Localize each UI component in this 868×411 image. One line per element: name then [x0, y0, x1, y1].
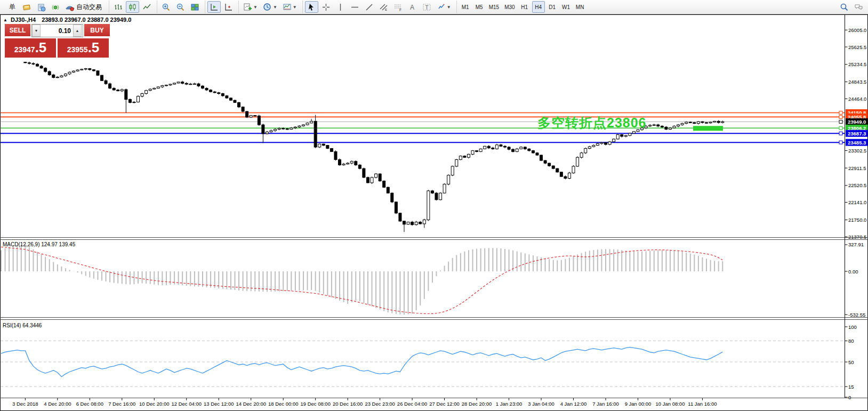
- sell-price: 23947: [14, 41, 35, 54]
- chart-annotation-text[interactable]: 多空转折点23806: [537, 114, 647, 132]
- price-axis-tick: 22520.5: [848, 182, 866, 188]
- tile-windows-icon[interactable]: [188, 1, 202, 13]
- price-axis-tick: 22141.0: [848, 199, 866, 205]
- chart-canvas[interactable]: 26005.025625.525234.524843.524464.023302…: [0, 14, 868, 411]
- candlestick-series: [24, 62, 724, 232]
- time-axis-label: 11 Jan 16:00: [688, 401, 717, 407]
- new-chart-button[interactable]: ▼: [241, 1, 260, 13]
- volume-increase-button[interactable]: ▲: [73, 25, 82, 37]
- time-axis-label: 9 Jan 00:00: [625, 401, 652, 407]
- buy-price-display[interactable]: 23955 .5: [58, 38, 109, 58]
- reports-icon[interactable]: [35, 1, 48, 13]
- new-order-button[interactable]: 单: [5, 1, 19, 13]
- volume-decrease-button[interactable]: ▼: [32, 25, 41, 37]
- cursor-tool[interactable]: [305, 1, 318, 13]
- drawing-tools-group: E F A T ▼: [302, 1, 455, 13]
- price-axis-tick: 24464.0: [848, 96, 866, 102]
- signals-icon[interactable]: [49, 1, 62, 13]
- time-axis-label: 6 Dec 08:00: [76, 401, 103, 407]
- rsi-axis-tick: 80: [848, 338, 854, 344]
- macd-axis-tick: 0.00: [848, 269, 858, 275]
- sell-button[interactable]: SELL: [5, 24, 30, 37]
- templates-button[interactable]: ▼: [280, 1, 299, 13]
- timeframe-h1[interactable]: H1: [518, 1, 531, 13]
- price-axis-tick: 23302.5: [848, 148, 866, 154]
- svg-text:23687.3: 23687.3: [848, 131, 866, 136]
- timeframe-m1[interactable]: M1: [459, 1, 472, 13]
- svg-text:23949.0: 23949.0: [848, 119, 866, 125]
- chevron-down-icon: ▼: [447, 5, 451, 10]
- volume-spinner: ▼ ▲: [31, 24, 83, 37]
- price-axis-tick: 24843.5: [848, 79, 866, 85]
- buy-price: 23955: [67, 41, 88, 54]
- deposit-icon[interactable]: [20, 1, 34, 13]
- timeframe-m5[interactable]: M5: [473, 1, 486, 13]
- auto-scroll-icon[interactable]: [207, 1, 221, 13]
- vertical-line-tool[interactable]: [334, 1, 347, 13]
- timeframe-h4[interactable]: H4: [532, 1, 545, 13]
- mt4-application: 单 自动交易: [0, 0, 868, 411]
- time-axis-label: 26 Dec 04:00: [397, 401, 428, 407]
- trendline-tool[interactable]: [363, 1, 376, 13]
- chevron-down-icon: ▼: [253, 5, 258, 10]
- autotrading-button[interactable]: 自动交易: [63, 1, 106, 13]
- time-axis-label: 14 Dec 20:00: [236, 401, 266, 407]
- price-axis-tick: 26005.0: [848, 27, 866, 33]
- text-tool[interactable]: A: [406, 1, 419, 13]
- chart-collapse-icon[interactable]: ▲: [3, 18, 7, 22]
- bar-chart-icon[interactable]: [111, 1, 125, 13]
- sell-price-fraction: .5: [35, 38, 47, 57]
- support-zone-highlight: [693, 126, 723, 131]
- macd-histogram: [1, 245, 722, 315]
- equidistant-channel-tool[interactable]: E: [377, 1, 390, 13]
- time-axis-label: 13 Dec 12:00: [204, 401, 234, 407]
- search-icon[interactable]: [838, 1, 851, 13]
- toolbar-right-group: [837, 1, 866, 13]
- timeframe-d1[interactable]: D1: [546, 1, 559, 13]
- chart-tools-group: ▼ ▼ ▼: [238, 1, 301, 13]
- period-clock-button[interactable]: ▼: [261, 1, 279, 13]
- macd-signal-line: [1, 247, 722, 313]
- time-axis-label: 23 Dec 23:00: [365, 401, 395, 407]
- volume-input[interactable]: [41, 25, 73, 37]
- time-axis-label: 10 Dec 20:00: [139, 401, 170, 407]
- time-axis-label: 4 Dec 20:00: [44, 401, 71, 407]
- buy-button[interactable]: BUY: [84, 24, 110, 37]
- arrows-tool[interactable]: ▼: [435, 1, 453, 13]
- autotrading-label: 自动交易: [75, 3, 103, 12]
- timeframe-m30[interactable]: M30: [502, 1, 517, 13]
- crosshair-tool[interactable]: [319, 1, 333, 13]
- horizontal-line-tool[interactable]: [348, 1, 361, 13]
- fibonacci-tool[interactable]: F: [391, 1, 405, 13]
- svg-text:E: E: [385, 8, 387, 11]
- timeframe-m15[interactable]: M15: [487, 1, 501, 13]
- rsi-axis-tick: 50: [848, 359, 854, 365]
- time-axis-label: 7 Jan 16:00: [592, 401, 619, 407]
- line-chart-icon[interactable]: [140, 1, 154, 13]
- time-axis-label: 12 Dec 04:00: [172, 401, 202, 407]
- chart-window: 26005.025625.525234.524843.524464.023302…: [0, 14, 868, 411]
- chat-icon[interactable]: [852, 1, 865, 13]
- zoom-in-icon[interactable]: [159, 1, 173, 13]
- sell-price-display[interactable]: 23947 .5: [5, 38, 56, 58]
- zoom-out-icon[interactable]: [174, 1, 187, 13]
- main-toolbar: 单 自动交易: [0, 0, 868, 14]
- text-label-tool[interactable]: T: [420, 1, 433, 13]
- svg-text:23485.3: 23485.3: [848, 140, 866, 146]
- standard-toolbar-group: 单 自动交易: [3, 1, 108, 13]
- time-axis-label: 10 Jan 08:00: [655, 401, 685, 407]
- timeframe-w1[interactable]: W1: [560, 1, 573, 13]
- time-axis-label: 20 Dec 16:00: [333, 401, 363, 407]
- rsi-axis-tick: 15: [848, 384, 854, 390]
- scroll-group: [205, 1, 237, 13]
- rsi-axis-tick: 100: [848, 324, 857, 330]
- one-click-trading-panel: SELL ▼ ▲ BUY 23947 .5 23955 .5: [5, 24, 110, 58]
- candlestick-chart-icon[interactable]: [126, 1, 139, 13]
- macd-indicator-label: MACD(12,26,9) 124.97 139.45: [3, 241, 75, 247]
- chevron-down-icon: ▼: [273, 5, 277, 10]
- timeframe-mn[interactable]: MN: [574, 1, 586, 13]
- time-axis-label: 18 Dec 00:00: [268, 401, 299, 407]
- chart-type-group: [109, 1, 156, 13]
- time-axis-label: 4 Jan 12:00: [560, 401, 587, 407]
- chart-shift-icon[interactable]: [222, 1, 235, 13]
